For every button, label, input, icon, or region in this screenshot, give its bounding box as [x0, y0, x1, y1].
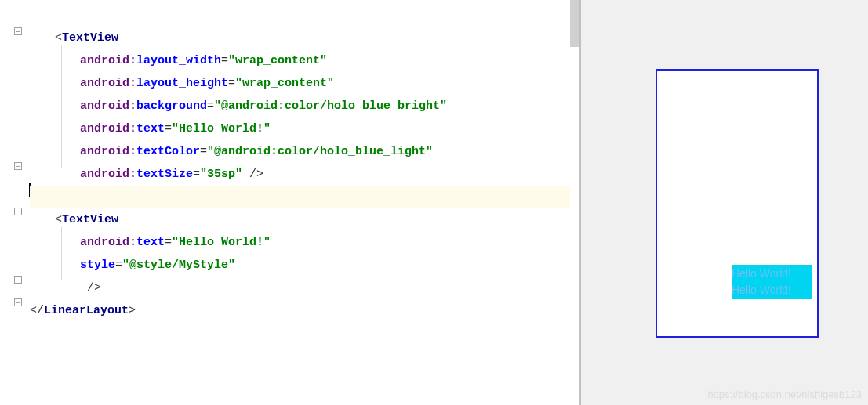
gutter — [0, 0, 24, 405]
code-area[interactable]: <TextView android:layout_width="wrap_con… — [24, 0, 570, 405]
watermark: https://blog.csdn.net/nishigesb123 — [707, 389, 862, 400]
textview-2: Hello World! — [732, 282, 812, 298]
code-line-current — [30, 186, 570, 208]
device-frame: Hello World! Hello World! — [656, 69, 819, 338]
code-editor[interactable]: <TextView android:layout_width="wrap_con… — [0, 0, 580, 405]
code-line: style="@style/MyStyle" — [30, 254, 570, 277]
code-line: <TextView — [30, 208, 570, 231]
code-line: /> — [30, 277, 570, 299]
fold-icon[interactable] — [14, 162, 22, 170]
code-line: <TextView — [30, 27, 570, 49]
fold-icon[interactable] — [14, 27, 22, 35]
code-line: android:layout_width="wrap_content" — [30, 49, 570, 72]
code-line: android:text="Hello World!" — [30, 231, 570, 254]
code-line: android:textSize="35sp" /> — [30, 163, 570, 186]
fold-icon[interactable] — [14, 298, 22, 306]
fold-icon[interactable] — [14, 208, 22, 215]
textview-1: Hello World! — [732, 266, 812, 282]
android-textviews: Hello World! Hello World! — [732, 265, 812, 299]
scrollbar[interactable] — [570, 0, 579, 47]
code-line: android:layout_height="wrap_content" — [30, 72, 570, 95]
fold-icon[interactable] — [14, 276, 22, 284]
code-line: android:textColor="@android:color/holo_b… — [30, 140, 570, 163]
code-line — [30, 4, 570, 27]
preview-pane: Hello World! Hello World! https://blog.c… — [580, 0, 868, 405]
code-line: android:text="Hello World!" — [30, 118, 570, 140]
code-line: </LinearLayout> — [30, 299, 570, 322]
code-line: android:background="@android:color/holo_… — [30, 95, 570, 118]
